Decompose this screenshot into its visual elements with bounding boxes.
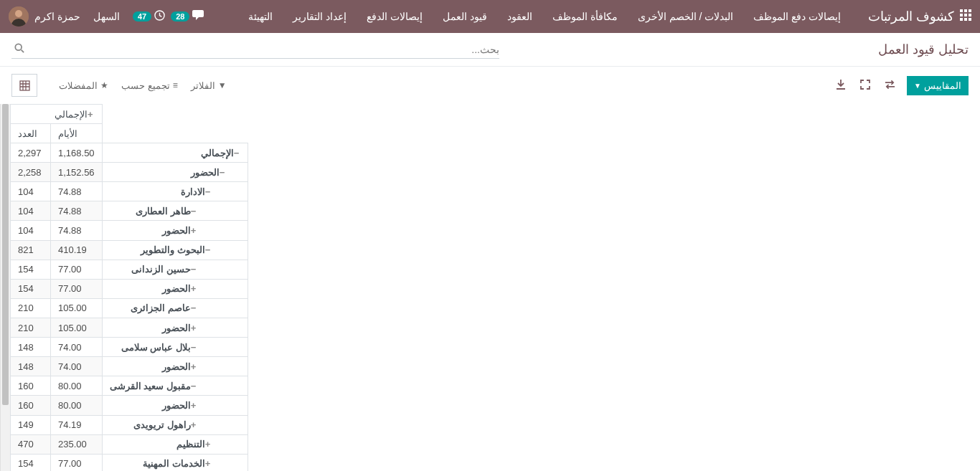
cell-count: 821: [11, 240, 51, 260]
minus-icon: −: [205, 244, 211, 255]
favorites-button[interactable]: ★ المفضلات: [59, 80, 108, 91]
measures-label: المقاييس: [924, 80, 961, 91]
avatar: [9, 6, 29, 27]
search-icon[interactable]: [14, 43, 24, 55]
row-header[interactable]: +الحضور: [102, 318, 248, 337]
activity-button[interactable]: 47: [133, 10, 165, 24]
nav-item-payslips[interactable]: إيصالات دفع الموظف: [743, 0, 851, 33]
user-menu[interactable]: حمزة اكرم: [9, 6, 80, 27]
groupby-button[interactable]: ≡ تجميع حسب: [121, 80, 178, 91]
pivot-view-button[interactable]: [11, 74, 37, 97]
cell-days: 77.00: [51, 260, 103, 279]
row-header[interactable]: −حسين الزندانى: [102, 260, 248, 279]
minus-icon: −: [191, 381, 197, 391]
nav-item-reporting[interactable]: إعداد التقارير: [283, 0, 357, 33]
row-header[interactable]: +الحضور: [102, 357, 248, 376]
cell-count: 104: [11, 182, 51, 201]
svg-rect-0: [960, 9, 963, 12]
cell-days: 77.00: [51, 454, 103, 471]
svg-rect-1: [964, 9, 967, 12]
cell-count: 148: [11, 338, 51, 357]
scrollbar[interactable]: [0, 104, 10, 471]
pivot-table: +الإجمالي الأيام العدد −الإجمالي1,168.50…: [10, 104, 248, 471]
row-header[interactable]: −الادارة: [102, 182, 248, 201]
svg-rect-14: [837, 88, 845, 90]
plus-icon: +: [191, 323, 197, 333]
nav-item-payments[interactable]: إيصالات الدفع: [357, 0, 433, 33]
company-selector[interactable]: السهل: [86, 0, 127, 33]
table-row: −حسين الزندانى77.00154: [11, 260, 248, 279]
svg-point-11: [15, 10, 22, 17]
nav-item-work-entries[interactable]: قيود العمل: [433, 0, 497, 33]
cell-days: 74.88: [51, 182, 103, 201]
table-row: +راهول تريويدى74.19149: [11, 415, 248, 434]
row-header[interactable]: −الإجمالي: [102, 143, 248, 163]
minus-icon: −: [191, 303, 197, 313]
col-header-count[interactable]: العدد: [11, 124, 51, 143]
measures-button[interactable]: المقاييس ▼: [907, 76, 969, 95]
table-row: −الإجمالي1,168.502,297: [11, 143, 248, 163]
nav-item-config[interactable]: التهيئة: [238, 0, 283, 33]
svg-rect-7: [964, 18, 967, 21]
filters-button[interactable]: ▼ الفلاتر: [191, 80, 227, 91]
messaging-button[interactable]: 28: [171, 10, 204, 23]
row-header[interactable]: +الحضور: [102, 396, 248, 415]
row-header[interactable]: −مقبول سعيد القرشى: [102, 376, 248, 396]
table-row: +الحضور74.88104: [11, 221, 248, 240]
cell-days: 410.19: [51, 240, 103, 260]
nav-item-contracts[interactable]: العقود: [497, 0, 542, 33]
cell-days: 80.00: [51, 396, 103, 415]
plus-icon: +: [191, 419, 197, 430]
expand-all-icon[interactable]: [857, 80, 873, 92]
table-row: −الادارة74.88104: [11, 182, 248, 201]
col-header-total[interactable]: +الإجمالي: [11, 105, 103, 124]
cell-days: 74.88: [51, 221, 103, 240]
toolbar: المقاييس ▼ ▼ الفلاتر ≡ تجميع حسب ★ المفض…: [0, 67, 980, 104]
scrollbar-thumb[interactable]: [2, 104, 9, 405]
nav-item-bonus[interactable]: مكافأة الموظف: [542, 0, 628, 33]
list-icon: ≡: [173, 80, 178, 90]
groupby-label: تجميع حسب: [121, 80, 170, 91]
plus-icon: +: [191, 283, 197, 294]
nav-right: 28 47 السهل حمزة اكرم: [9, 0, 204, 33]
cell-days: 77.00: [51, 279, 103, 298]
funnel-icon: ▼: [218, 80, 227, 90]
cell-count: 2,297: [11, 143, 51, 163]
subheader: تحليل قيود العمل: [0, 33, 980, 67]
plus-icon: +: [88, 109, 93, 120]
flip-axis-icon[interactable]: [882, 80, 898, 92]
minus-icon: −: [220, 167, 225, 178]
minus-icon: −: [191, 342, 197, 353]
clock-icon: [154, 10, 165, 24]
search-box[interactable]: [11, 40, 499, 59]
row-header[interactable]: −البحوث والتطوير: [102, 240, 248, 260]
apps-icon[interactable]: [960, 9, 971, 24]
chat-count: 28: [171, 11, 189, 22]
user-name: حمزة اكرم: [34, 11, 80, 22]
row-header[interactable]: +الحضور: [102, 279, 248, 298]
row-header[interactable]: +التنظيم: [102, 434, 248, 454]
row-header[interactable]: −طاهر العطارى: [102, 201, 248, 221]
row-header[interactable]: −الحضور: [102, 163, 248, 182]
cell-days: 1,152.56: [51, 163, 103, 182]
nav-menu: إيصالات دفع الموظف البدلات / الخصم الأخر…: [204, 0, 851, 33]
cell-days: 80.00: [51, 376, 103, 396]
cell-days: 235.00: [51, 434, 103, 454]
search-input[interactable]: [24, 44, 499, 55]
row-header[interactable]: −بلال عباس سلامى: [102, 338, 248, 357]
cell-days: 74.00: [51, 338, 103, 357]
row-header[interactable]: +الخدمات المهنية: [102, 454, 248, 471]
plus-icon: +: [191, 400, 197, 411]
col-header-days[interactable]: الأيام: [51, 124, 103, 143]
row-header[interactable]: +الحضور: [102, 221, 248, 240]
nav-item-allowances[interactable]: البدلات / الخصم الأخرى: [628, 0, 744, 33]
minus-icon: −: [234, 148, 240, 158]
cell-count: 154: [11, 279, 51, 298]
row-header[interactable]: +راهول تريويدى: [102, 415, 248, 434]
download-icon[interactable]: [833, 80, 849, 92]
cell-days: 105.00: [51, 298, 103, 318]
page-title: تحليل قيود العمل: [878, 42, 969, 57]
table-row: −البحوث والتطوير410.19821: [11, 240, 248, 260]
minus-icon: −: [205, 186, 211, 197]
row-header[interactable]: −عاصم الجزائرى: [102, 298, 248, 318]
